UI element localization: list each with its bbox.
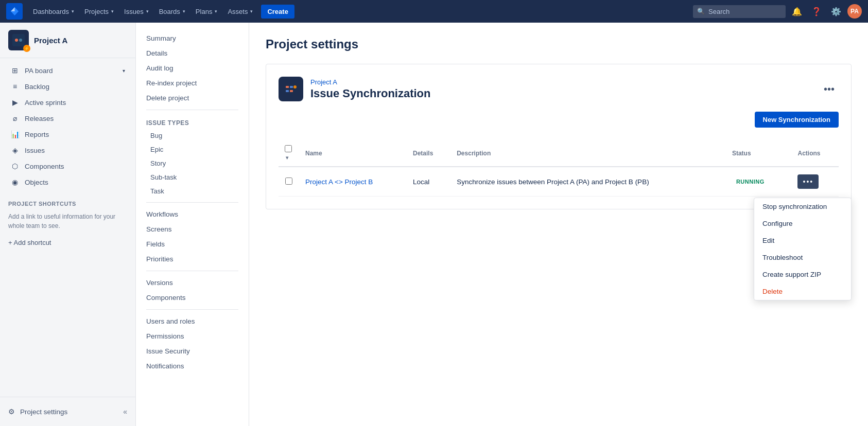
settings-nav-workflows[interactable]: Workflows bbox=[136, 207, 249, 222]
settings-nav-reindex[interactable]: Re-index project bbox=[136, 76, 249, 91]
sidebar-item-backlog[interactable]: ≡ Backlog bbox=[2, 79, 133, 94]
search-input[interactable] bbox=[693, 5, 786, 18]
dropdown-configure[interactable]: Configure bbox=[754, 215, 851, 232]
chevron-down-icon: ▾ bbox=[123, 68, 125, 74]
settings-nav-issue-security[interactable]: Issue Security bbox=[136, 344, 249, 359]
sidebar-item-board[interactable]: ⊞ PA board ▾ bbox=[2, 63, 133, 78]
settings-nav-fields[interactable]: Fields bbox=[136, 237, 249, 252]
settings-nav-bug[interactable]: Bug bbox=[136, 129, 249, 143]
nav-assets[interactable]: Assets ▾ bbox=[223, 5, 257, 19]
dropdown-edit[interactable]: Edit bbox=[754, 232, 851, 249]
td-checkbox bbox=[279, 167, 299, 197]
td-description: Synchronize issues between Project A (PA… bbox=[450, 167, 726, 197]
svg-rect-4 bbox=[283, 81, 299, 97]
sidebar-item-objects[interactable]: ◉ Objects bbox=[2, 174, 133, 190]
settings-divider-2 bbox=[146, 202, 238, 203]
search-wrapper: 🔍 bbox=[693, 5, 786, 18]
chevron-icon: ▾ bbox=[146, 9, 149, 14]
svg-rect-5 bbox=[286, 86, 289, 88]
settings-divider-1 bbox=[146, 110, 238, 110]
add-shortcut-button[interactable]: + Add shortcut bbox=[0, 236, 135, 250]
dropdown-troubleshoot[interactable]: Troubleshoot bbox=[754, 249, 851, 266]
sidebar-item-active-sprints[interactable]: ▶ Active sprints bbox=[2, 95, 133, 110]
shortcuts-section-label: PROJECT SHORTCUTS bbox=[0, 194, 135, 209]
status-badge: RUNNING bbox=[732, 177, 769, 186]
settings-nav-story[interactable]: Story bbox=[136, 156, 249, 170]
nav-plans[interactable]: Plans ▾ bbox=[192, 5, 222, 19]
nav-boards[interactable]: Boards ▾ bbox=[155, 5, 189, 19]
settings-nav-priorities[interactable]: Priorities bbox=[136, 252, 249, 267]
sprints-icon: ▶ bbox=[10, 98, 20, 106]
dropdown-delete[interactable]: Delete bbox=[754, 283, 851, 300]
issue-types-label: Issue types bbox=[136, 114, 249, 129]
svg-rect-7 bbox=[286, 90, 289, 92]
settings-nav-notifications[interactable]: Notifications bbox=[136, 359, 249, 374]
chevron-icon: ▾ bbox=[183, 9, 185, 14]
row-checkbox[interactable] bbox=[285, 177, 292, 185]
topnav-right: 🔍 🔔 ❓ ⚙️ PA bbox=[693, 3, 862, 20]
sync-title: Issue Synchronization bbox=[310, 87, 812, 100]
svg-rect-1 bbox=[12, 34, 25, 46]
sync-app-icon bbox=[279, 77, 303, 101]
settings-nav-versions[interactable]: Versions bbox=[136, 275, 249, 290]
svg-rect-6 bbox=[290, 86, 293, 88]
svg-point-2 bbox=[15, 39, 18, 42]
help-button[interactable]: ❓ bbox=[808, 3, 825, 20]
svg-point-3 bbox=[19, 39, 22, 42]
avatar[interactable]: PA bbox=[847, 4, 862, 19]
main-content: Project settings Project A Issue Synchro bbox=[249, 23, 868, 426]
dropdown-stop-sync[interactable]: Stop synchronization bbox=[754, 198, 851, 215]
sync-table: ▾ Name Details Description Status Action… bbox=[279, 140, 839, 197]
sidebar-bottom: ⚙ Project settings « bbox=[0, 397, 135, 426]
jira-logo[interactable] bbox=[6, 3, 23, 20]
project-settings-item[interactable]: ⚙ Project settings « bbox=[0, 403, 135, 420]
settings-nav-permissions[interactable]: Permissions bbox=[136, 329, 249, 344]
settings-button[interactable]: ⚙️ bbox=[828, 3, 844, 20]
settings-nav-task[interactable]: Task bbox=[136, 184, 249, 198]
sidebar-item-components[interactable]: ⬡ Components bbox=[2, 158, 133, 174]
sync-name-link[interactable]: Project A <> Project B bbox=[305, 178, 373, 186]
nav-issues[interactable]: Issues ▾ bbox=[120, 5, 153, 19]
settings-nav-screens[interactable]: Screens bbox=[136, 222, 249, 237]
sync-header-text: Project A Issue Synchronization bbox=[310, 78, 812, 100]
chevron-icon: ▾ bbox=[215, 9, 217, 14]
sidebar-collapse-button[interactable]: « bbox=[123, 407, 127, 416]
issues-icon: ◈ bbox=[10, 146, 20, 154]
chevron-icon: ▾ bbox=[111, 9, 114, 14]
settings-nav-subtask[interactable]: Sub-task bbox=[136, 170, 249, 184]
row-actions-button[interactable]: ••• bbox=[797, 174, 819, 189]
dropdown-create-zip[interactable]: Create support ZIP bbox=[754, 266, 851, 283]
settings-divider-3 bbox=[146, 271, 238, 271]
settings-nav-delete[interactable]: Delete project bbox=[136, 91, 249, 105]
sidebar-item-issues[interactable]: ◈ Issues bbox=[2, 143, 133, 158]
settings-nav-summary[interactable]: Summary bbox=[136, 31, 249, 46]
nav-projects[interactable]: Projects ▾ bbox=[80, 5, 118, 19]
settings-nav-users-roles[interactable]: Users and roles bbox=[136, 314, 249, 329]
project-icon: ⚡ bbox=[8, 30, 29, 50]
sync-panel: Project A Issue Synchronization ••• New … bbox=[266, 64, 852, 209]
select-all-checkbox[interactable] bbox=[285, 145, 292, 152]
topnav: Dashboards ▾ Projects ▾ Issues ▾ Boards … bbox=[0, 0, 868, 23]
create-button[interactable]: Create bbox=[261, 5, 294, 19]
settings-nav-epic[interactable]: Epic bbox=[136, 143, 249, 156]
reports-icon: 📊 bbox=[10, 130, 20, 138]
new-synchronization-button[interactable]: New Synchronization bbox=[755, 112, 839, 128]
chevron-select-icon[interactable]: ▾ bbox=[286, 155, 288, 161]
sync-actions-bar: New Synchronization bbox=[279, 112, 839, 136]
sync-header: Project A Issue Synchronization ••• bbox=[279, 77, 839, 101]
sidebar-item-releases[interactable]: ⌀ Releases bbox=[2, 111, 133, 126]
sidebar-item-reports[interactable]: 📊 Reports bbox=[2, 127, 133, 142]
settings-nav-components[interactable]: Components bbox=[136, 290, 249, 305]
chevron-icon: ▾ bbox=[250, 9, 253, 14]
svg-rect-8 bbox=[290, 90, 293, 92]
svg-point-9 bbox=[293, 85, 297, 88]
nav-dashboards[interactable]: Dashboards ▾ bbox=[29, 5, 78, 19]
objects-icon: ◉ bbox=[10, 178, 20, 186]
settings-nav-details[interactable]: Details bbox=[136, 46, 249, 61]
th-actions: Actions bbox=[791, 140, 839, 167]
notifications-button[interactable]: 🔔 bbox=[789, 3, 805, 20]
releases-icon: ⌀ bbox=[10, 114, 20, 122]
settings-nav-audit-log[interactable]: Audit log bbox=[136, 61, 249, 76]
sync-more-button[interactable]: ••• bbox=[820, 81, 839, 97]
table-body: Project A <> Project B Local Synchronize… bbox=[279, 167, 839, 197]
